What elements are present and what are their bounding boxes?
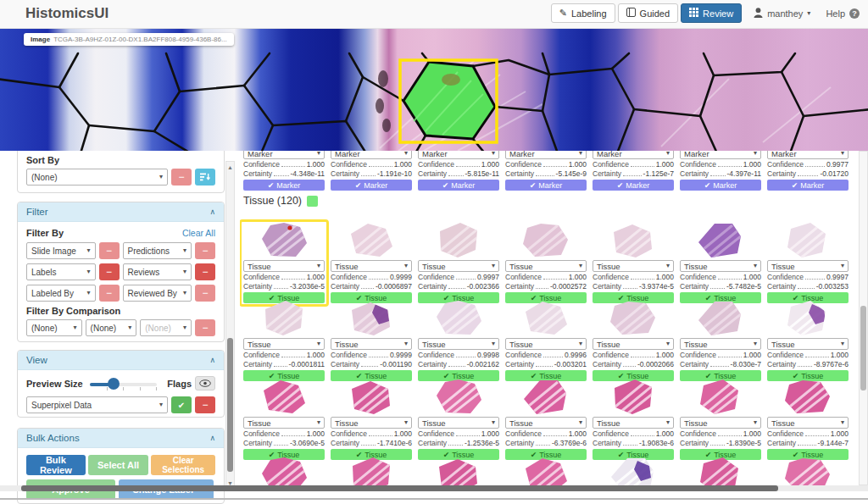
guided-button[interactable]: Guided: [618, 3, 678, 23]
remove-comparison-button[interactable]: −: [195, 319, 215, 336]
marker-approve-button[interactable]: ✔Marker: [767, 180, 849, 191]
superpixel-thumbnail[interactable]: [418, 379, 499, 415]
select-all-button[interactable]: Select All: [88, 455, 149, 475]
tissue-label-select[interactable]: Tissue▾: [593, 338, 674, 350]
scroll-up-icon[interactable]: ▲: [226, 164, 234, 170]
labeled-by-filter-select[interactable]: Labeled By▾: [26, 285, 96, 302]
superpixel-thumbnail[interactable]: [767, 457, 849, 485]
superpixel-thumbnail[interactable]: [680, 301, 761, 336]
remove-filter-button[interactable]: −: [195, 263, 215, 280]
tissue-label-select[interactable]: Tissue▾: [418, 338, 499, 350]
marker-approve-button[interactable]: ✔Marker: [331, 180, 412, 191]
superpixel-thumbnail[interactable]: [593, 379, 674, 415]
sidebar-scrollbar[interactable]: ▲ ▼: [225, 161, 235, 490]
marker-approve-button[interactable]: ✔Marker: [505, 180, 587, 191]
superpixel-thumbnail[interactable]: [331, 457, 412, 485]
tissue-label-select[interactable]: Tissue▾: [331, 417, 412, 429]
tissue-label-select[interactable]: Tissue▾: [767, 417, 849, 429]
superpixel-thumbnail[interactable]: [767, 223, 849, 258]
marker-approve-button[interactable]: ✔Marker: [593, 180, 674, 191]
tissue-label-select[interactable]: Tissue▾: [505, 417, 587, 429]
collapse-icon[interactable]: ∧: [209, 208, 215, 216]
sort-by-select[interactable]: (None)▾: [26, 169, 168, 186]
superpixel-thumbnail[interactable]: [418, 301, 499, 336]
reviews-filter-select[interactable]: Reviews▾: [123, 263, 192, 280]
superpixel-thumbnail[interactable]: [593, 301, 674, 336]
tissue-label-select[interactable]: Tissue▾: [331, 260, 412, 272]
superpixel-thumbnail[interactable]: [767, 301, 849, 336]
slide-image-filter-select[interactable]: Slide Image▾: [26, 242, 96, 259]
tissue-label-select[interactable]: Tissue▾: [767, 338, 849, 350]
remove-filter-button[interactable]: −: [195, 242, 215, 259]
superpixel-thumbnail[interactable]: [680, 223, 761, 258]
predictions-filter-select[interactable]: Predictions▾: [123, 242, 192, 259]
clear-all-link[interactable]: Clear All: [182, 228, 215, 238]
marker-approve-button[interactable]: ✔Marker: [243, 180, 325, 191]
tissue-label-select[interactable]: Tissue▾: [243, 260, 325, 272]
comparison-field-select[interactable]: (None)▾: [26, 319, 82, 336]
slide-image[interactable]: [0, 28, 868, 151]
slider-thumb[interactable]: [108, 378, 120, 390]
tissue-label-select[interactable]: Tissue▾: [593, 417, 674, 429]
remove-filter-button[interactable]: −: [99, 242, 120, 259]
flags-visibility-button[interactable]: [195, 376, 215, 390]
sidebar-scrollbar-thumb[interactable]: [227, 338, 233, 472]
superpixel-thumbnail[interactable]: [505, 301, 587, 336]
tissue-label-select[interactable]: Tissue▾: [505, 338, 587, 350]
filter-panel-header[interactable]: Filter ∧: [18, 202, 224, 222]
clear-selections-button[interactable]: Clear Selections: [151, 455, 215, 475]
superpixel-thumbnail[interactable]: [505, 457, 587, 485]
tissue-label-select[interactable]: Tissue▾: [680, 417, 761, 429]
superpixel-thumbnail[interactable]: [680, 379, 761, 415]
remove-sort-button[interactable]: −: [171, 169, 192, 186]
app-brand[interactable]: HistomicsUI: [25, 5, 108, 22]
confirm-data-button[interactable]: ✔: [171, 396, 192, 413]
main-scrollbar-thumb[interactable]: [860, 306, 866, 390]
collapse-icon[interactable]: ∧: [209, 356, 215, 364]
sort-direction-button[interactable]: [195, 169, 215, 186]
remove-filter-button[interactable]: −: [99, 285, 120, 302]
superpixel-data-select[interactable]: Superpixel Data▾: [26, 396, 168, 413]
tissue-label-select[interactable]: Tissue▾: [680, 260, 761, 272]
tissue-label-select[interactable]: Tissue▾: [418, 260, 499, 272]
superpixel-thumbnail[interactable]: [243, 301, 325, 336]
superpixel-thumbnail[interactable]: [593, 457, 674, 485]
tissue-label-select[interactable]: Tissue▾: [418, 417, 499, 429]
remove-data-button[interactable]: −: [195, 396, 215, 413]
horizontal-scrollbar[interactable]: [0, 485, 868, 491]
review-button[interactable]: Review: [681, 3, 742, 23]
view-panel-header[interactable]: View ∧: [18, 351, 224, 370]
marker-approve-button[interactable]: ✔Marker: [680, 180, 761, 191]
tissue-label-select[interactable]: Tissue▾: [680, 338, 761, 350]
superpixel-thumbnail[interactable]: [243, 379, 325, 415]
bulk-review-button[interactable]: Bulk Review: [26, 455, 86, 475]
slide-image-viewer[interactable]: ImageTCGA-3B-A9HZ-01Z-00-DX1.BA2FF808-49…: [0, 28, 868, 151]
superpixel-thumbnail[interactable]: [593, 223, 674, 258]
superpixel-thumbnail[interactable]: [331, 301, 412, 336]
tissue-label-select[interactable]: Tissue▾: [593, 260, 674, 272]
help-menu[interactable]: Help ?: [822, 8, 863, 19]
superpixel-thumbnail[interactable]: [418, 223, 499, 258]
superpixel-thumbnail[interactable]: [767, 379, 849, 415]
tissue-label-select[interactable]: Tissue▾: [243, 417, 325, 429]
collapse-icon[interactable]: ∧: [209, 434, 215, 442]
horizontal-scrollbar-thumb[interactable]: [21, 485, 778, 491]
labeling-button[interactable]: ✎ Labeling: [551, 3, 615, 23]
superpixel-thumbnail[interactable]: [418, 457, 499, 485]
tissue-label-select[interactable]: Tissue▾: [505, 260, 587, 272]
superpixel-thumbnail[interactable]: [331, 223, 412, 258]
reviewed-by-filter-select[interactable]: Reviewed By▾: [123, 285, 192, 302]
marker-approve-button[interactable]: ✔Marker: [418, 180, 499, 191]
tissue-label-select[interactable]: Tissue▾: [243, 338, 325, 350]
superpixel-thumbnail[interactable]: [243, 457, 325, 485]
bulk-actions-header[interactable]: Bulk Actions ∧: [18, 429, 224, 448]
main-scrollbar[interactable]: [859, 151, 868, 485]
labels-filter-select[interactable]: Labels▾: [26, 263, 96, 280]
preview-size-slider[interactable]: [90, 378, 158, 390]
user-menu[interactable]: manthey ▾: [750, 8, 814, 19]
remove-filter-button[interactable]: −: [195, 285, 215, 302]
superpixel-thumbnail[interactable]: [505, 379, 587, 415]
comparison-op-select[interactable]: (None)▾: [86, 319, 137, 336]
superpixel-thumbnail[interactable]: [505, 223, 587, 258]
remove-filter-button[interactable]: −: [99, 263, 120, 280]
